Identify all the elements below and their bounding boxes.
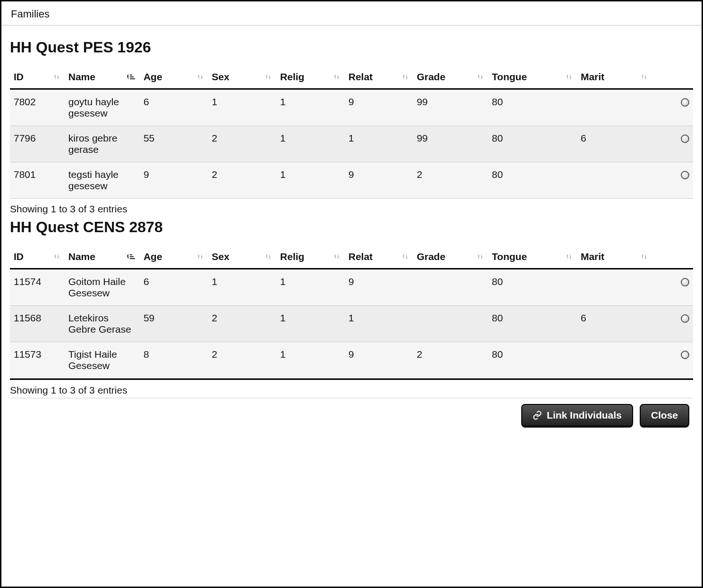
- svg-rect-1: [130, 76, 134, 77]
- table-row[interactable]: 11574 Goitom Haile Gesesew 6 1 1 9 80: [10, 269, 693, 306]
- col-header-select: [652, 67, 693, 89]
- row-select-radio[interactable]: [681, 98, 689, 107]
- table-row[interactable]: 11573 Tigist Haile Gesesew 8 2 1 9 2 80: [10, 342, 693, 378]
- col-header-sex[interactable]: Sex: [208, 246, 277, 269]
- row-select-radio[interactable]: [681, 314, 689, 323]
- table-cens: ID Name Age Sex Relig Relat Grade Tongue…: [10, 246, 693, 378]
- col-header-id[interactable]: ID: [10, 246, 65, 269]
- row-select-radio[interactable]: [681, 351, 689, 359]
- col-header-tongue[interactable]: Tongue: [488, 67, 577, 89]
- table-info-pes: Showing 1 to 3 of 3 entries: [10, 199, 693, 217]
- col-header-sex[interactable]: Sex: [208, 67, 277, 89]
- sort-icon: [332, 73, 341, 81]
- dialog-window: Families HH Quest PES 1926 ID Name Age S…: [0, 0, 703, 588]
- col-header-age[interactable]: Age: [140, 246, 208, 269]
- sort-icon: [476, 252, 484, 261]
- sort-icon: [565, 73, 573, 81]
- sort-icon: [640, 252, 648, 261]
- sort-icon: [196, 73, 204, 81]
- sort-icon: [332, 252, 341, 261]
- col-header-id[interactable]: ID: [10, 67, 65, 89]
- col-header-marit[interactable]: Marit: [577, 246, 652, 269]
- col-header-name[interactable]: Name: [65, 246, 140, 269]
- sort-asc-icon: [126, 252, 136, 261]
- link-icon: [533, 411, 542, 420]
- close-button[interactable]: Close: [640, 404, 689, 427]
- svg-rect-2: [130, 78, 135, 79]
- svg-rect-4: [130, 256, 134, 257]
- section-title-pes: HH Quest PES 1926: [10, 39, 693, 56]
- col-header-relig[interactable]: Relig: [276, 246, 345, 269]
- sort-icon: [476, 73, 484, 81]
- col-header-marit[interactable]: Marit: [577, 67, 652, 89]
- col-header-tongue[interactable]: Tongue: [488, 246, 577, 269]
- col-header-grade[interactable]: Grade: [413, 246, 488, 269]
- col-header-select: [652, 246, 693, 269]
- table-pes: ID Name Age Sex Relig Relat Grade Tongue…: [10, 67, 693, 199]
- sort-icon: [196, 252, 204, 261]
- sort-icon: [565, 252, 573, 261]
- col-header-grade[interactable]: Grade: [413, 67, 488, 89]
- row-select-radio[interactable]: [681, 171, 689, 179]
- sort-icon: [401, 252, 409, 261]
- col-header-age[interactable]: Age: [140, 67, 208, 89]
- svg-rect-5: [130, 258, 135, 259]
- table-row[interactable]: 11568 Letekiros Gebre Gerase 59 2 1 1 80…: [10, 306, 693, 342]
- table-row[interactable]: 7802 goytu hayle gesesew 6 1 1 9 99 80: [10, 89, 693, 126]
- sort-icon: [264, 252, 272, 261]
- sort-icon: [52, 252, 61, 261]
- svg-rect-0: [130, 75, 132, 76]
- sort-icon: [264, 73, 272, 81]
- svg-rect-3: [130, 254, 132, 255]
- row-select-radio[interactable]: [681, 278, 689, 286]
- col-header-relat[interactable]: Relat: [345, 67, 413, 89]
- col-header-name[interactable]: Name: [65, 67, 140, 89]
- section-title-cens: HH Quest CENS 2878: [10, 218, 693, 236]
- col-header-relig[interactable]: Relig: [276, 67, 345, 89]
- sort-icon: [401, 73, 409, 81]
- table-row[interactable]: 7801 tegsti hayle gesesew 9 2 1 9 2 80: [10, 162, 693, 199]
- link-individuals-button[interactable]: Link Individuals: [521, 404, 633, 427]
- row-select-radio[interactable]: [681, 134, 689, 143]
- col-header-relat[interactable]: Relat: [345, 246, 413, 269]
- table-info-cens: Showing 1 to 3 of 3 entries: [10, 380, 693, 398]
- dialog-content: HH Quest PES 1926 ID Name Age Sex Relig …: [1, 25, 702, 427]
- dialog-title: Families: [1, 1, 702, 25]
- sort-icon: [640, 73, 648, 81]
- sort-asc-icon: [126, 73, 136, 81]
- dialog-footer: Link Individuals Close: [10, 398, 693, 427]
- table-row[interactable]: 7796 kiros gebre gerase 55 2 1 1 99 80 6: [10, 126, 693, 162]
- sort-icon: [52, 73, 61, 81]
